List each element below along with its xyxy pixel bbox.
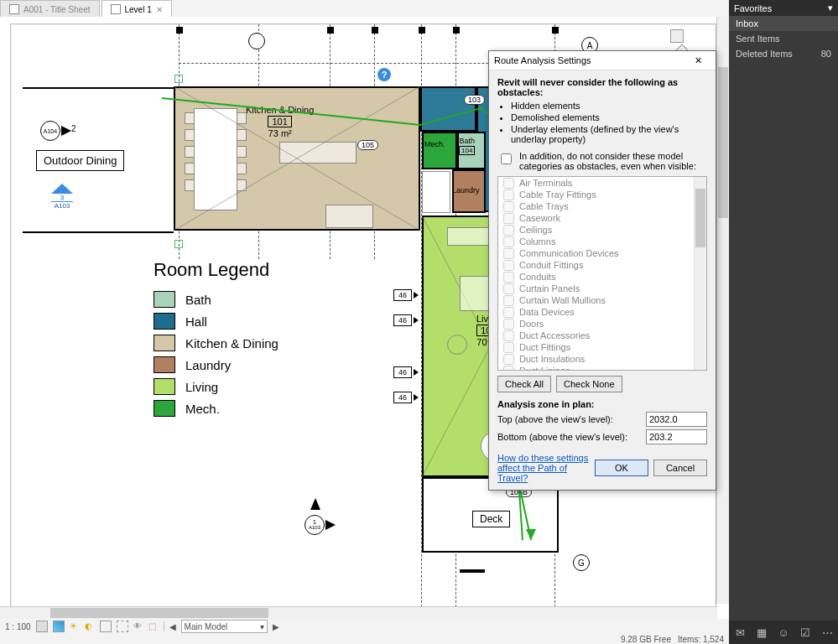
detail-level-icon[interactable] <box>36 621 48 632</box>
tasks-icon[interactable]: ☑ <box>799 626 812 639</box>
az-top-input[interactable] <box>646 412 707 427</box>
room-corridor[interactable] <box>420 86 476 132</box>
category-label: Duct Insulations <box>519 354 585 364</box>
category-checkbox[interactable] <box>503 236 514 247</box>
category-checkbox[interactable] <box>503 307 514 318</box>
visual-style-icon[interactable] <box>53 621 65 632</box>
category-row[interactable]: Communication Devices <box>498 247 695 259</box>
check-all-button[interactable]: Check All <box>497 376 551 392</box>
category-row[interactable]: Duct Accessories <box>498 330 695 341</box>
dialog-titlebar[interactable]: Route Analysis Settings ✕ <box>489 51 716 70</box>
category-list[interactable]: Air TerminalsCable Tray FittingsCable Tr… <box>497 176 707 371</box>
sun-path-icon[interactable]: ☀ <box>70 621 80 631</box>
mail-icon[interactable]: ✉ <box>733 626 747 639</box>
category-checkbox[interactable] <box>503 225 514 236</box>
reveal-icon[interactable]: ⬚ <box>148 621 159 631</box>
door-tag[interactable]: 105 <box>357 140 378 150</box>
legend-label: Kitchen & Dining <box>185 336 278 351</box>
hide-icon[interactable]: 👁 <box>133 621 143 631</box>
section-bubble-south[interactable]: 1 A103 <box>304 515 325 535</box>
category-row[interactable]: Columns <box>498 236 695 247</box>
category-checkbox[interactable] <box>503 190 514 200</box>
category-row[interactable]: Conduit Fittings <box>498 259 695 271</box>
elev-marker[interactable]: 46 <box>393 366 419 378</box>
category-checkbox[interactable] <box>503 342 514 353</box>
list-scrollbar[interactable] <box>694 177 706 370</box>
grid-pin <box>372 27 378 34</box>
crop-region-icon[interactable] <box>117 621 128 632</box>
ck-input[interactable] <box>501 153 512 164</box>
scale-readout[interactable]: 1 : 100 <box>5 622 31 631</box>
category-checkbox[interactable] <box>503 330 514 341</box>
grid-drag[interactable] <box>174 75 183 83</box>
category-row[interactable]: Duct Insulations <box>498 353 695 365</box>
category-checkbox[interactable] <box>503 260 514 271</box>
people-icon[interactable]: ☺ <box>777 626 790 639</box>
cancel-button[interactable]: Cancel <box>653 460 707 476</box>
category-checkbox[interactable] <box>503 283 514 294</box>
deleted-item[interactable]: Deleted Items80 <box>729 46 838 61</box>
grid-pin <box>419 27 425 34</box>
door-tag[interactable]: 103 <box>464 95 485 105</box>
category-checkbox[interactable] <box>503 178 514 189</box>
chevron-down-icon[interactable]: ▾ <box>828 3 833 13</box>
category-row[interactable]: Curtain Wall Mullions <box>498 294 695 306</box>
favorites-header[interactable]: Favorites ▾ <box>729 0 838 16</box>
category-checkbox[interactable] <box>503 272 514 283</box>
help-link[interactable]: How do these settings affect the Path of… <box>497 453 595 483</box>
category-checkbox[interactable] <box>503 248 514 259</box>
room-mech[interactable] <box>422 132 457 169</box>
close-tab-icon[interactable]: ✕ <box>156 5 163 14</box>
az-bottom-input[interactable] <box>646 429 707 444</box>
left-nav-icon[interactable]: ◀ <box>169 622 176 631</box>
category-row[interactable]: Doors <box>498 318 695 330</box>
dialog-close-icon[interactable]: ✕ <box>685 52 710 69</box>
chair <box>237 163 247 174</box>
grid-bubble-g[interactable]: G <box>573 554 590 571</box>
legend-swatch <box>154 378 175 395</box>
more-icon[interactable]: ⋯ <box>820 626 834 639</box>
check-none-button[interactable]: Check None <box>556 376 622 392</box>
category-row[interactable]: Ceilings <box>498 224 695 236</box>
category-row[interactable]: Curtain Panels <box>498 283 695 294</box>
category-label: Curtain Panels <box>519 283 580 293</box>
category-row[interactable]: Cable Trays <box>498 200 695 212</box>
additional-checkbox[interactable]: In addition, do not consider these model… <box>497 151 707 171</box>
tab-level1[interactable]: Level 1✕ <box>101 0 172 17</box>
tab-title-sheet[interactable]: A001 - Title Sheet <box>0 0 100 17</box>
right-nav-icon[interactable]: ▶ <box>273 622 279 631</box>
grid-bubble[interactable] <box>248 33 265 49</box>
chair <box>237 146 247 158</box>
ok-button[interactable]: OK <box>595 460 648 476</box>
category-checkbox[interactable] <box>503 354 514 365</box>
category-row[interactable]: Duct Linings <box>498 365 695 370</box>
h-scrollbar[interactable] <box>0 606 717 619</box>
help-marker[interactable]: ? <box>377 68 391 81</box>
elev-marker[interactable]: 46 <box>393 392 419 403</box>
category-row[interactable]: Air Terminals <box>498 177 695 189</box>
grid-drag[interactable] <box>174 240 183 248</box>
home-icon[interactable] <box>670 29 684 43</box>
elev-marker[interactable]: 46 <box>393 289 419 301</box>
elev-marker[interactable]: 46 <box>393 314 419 326</box>
category-checkbox[interactable] <box>503 213 514 224</box>
shadows-icon[interactable]: ◐ <box>85 621 95 631</box>
worksharing-dropdown[interactable]: Main Model▾ <box>181 620 268 633</box>
category-row[interactable]: Casework <box>498 212 695 224</box>
category-checkbox[interactable] <box>503 295 514 306</box>
section-bubble[interactable]: A104 <box>40 121 60 141</box>
sent-item[interactable]: Sent Items <box>729 31 838 46</box>
v-scrollbar[interactable] <box>716 17 729 604</box>
crop-icon[interactable] <box>100 621 112 632</box>
level-tag[interactable]: 3 A103 <box>51 184 73 210</box>
scope-mark <box>460 569 485 573</box>
inbox-item[interactable]: Inbox <box>729 16 838 31</box>
category-row[interactable]: Conduits <box>498 271 695 283</box>
category-row[interactable]: Data Devices <box>498 306 695 318</box>
category-checkbox[interactable] <box>503 201 514 212</box>
category-checkbox[interactable] <box>503 366 514 371</box>
calendar-icon[interactable]: ▦ <box>755 626 768 639</box>
category-row[interactable]: Duct Fittings <box>498 341 695 353</box>
category-row[interactable]: Cable Tray Fittings <box>498 189 695 200</box>
category-checkbox[interactable] <box>503 319 514 330</box>
